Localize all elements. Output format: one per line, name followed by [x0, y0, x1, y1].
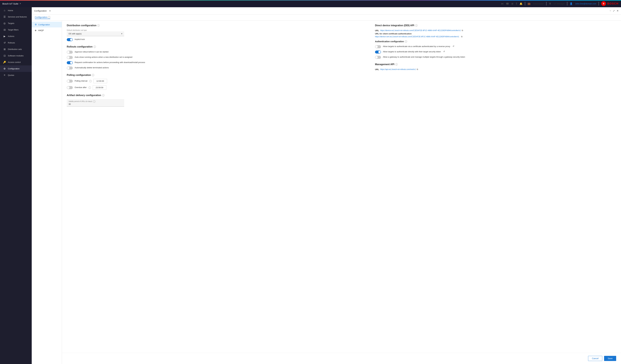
overdue-after-toggle[interactable] [67, 86, 73, 89]
close-panel-button[interactable]: ✕ [617, 9, 619, 12]
services-icon: ☰ [3, 15, 6, 18]
subscription-icon: 💼 [528, 2, 531, 5]
artifact-config-info-icon[interactable]: i [102, 94, 104, 96]
distribution-config-info-icon[interactable]: i [97, 24, 100, 27]
bell-icon[interactable]: 🔔 [519, 2, 522, 5]
cert-url-row: https://device-cert.eu1.bosch-iot-rollou… [375, 35, 616, 38]
rollout-toggle-track-3[interactable] [67, 66, 73, 69]
rollout-toggle-2[interactable] [67, 61, 73, 64]
nav-item-label-configuration: Configuration [38, 24, 50, 26]
sidebar-item-rollouts[interactable]: ↺ Rollouts [0, 40, 32, 46]
app-close-button[interactable]: × [20, 2, 21, 5]
tab-info-icon[interactable]: i [48, 16, 50, 18]
panel-close-button[interactable]: ✕ [49, 10, 51, 12]
implicit-lock-toggle[interactable] [67, 38, 73, 41]
auth-reset-icon-0[interactable]: ↺ [453, 45, 454, 47]
auth-reset-icon-1[interactable]: ↺ [443, 50, 445, 53]
mgmt-url-value[interactable]: https://api.eu1.bosch-iot-rollouts.com/r… [380, 68, 416, 70]
artifact-config-title: Artifact delivery configuration i [67, 94, 369, 97]
ddi-api-info-icon[interactable]: i [415, 24, 418, 27]
implicit-lock-toggle-thumb [70, 38, 72, 41]
sidebar-item-access-control[interactable]: 🔑 Access control [0, 59, 32, 65]
panel-header-title: Configuration [34, 10, 47, 12]
implicit-lock-toggle-track[interactable] [67, 38, 73, 41]
nav-item-configuration[interactable]: ⚙ Configuration [32, 22, 62, 28]
sidebar-item-label-quotas: Quotas [8, 74, 14, 76]
validity-label-row: Validity period of URLs (in days) i [69, 100, 122, 103]
rollouts-config-info-icon[interactable]: i [93, 46, 96, 48]
rollout-label-1: Auto-close running actions when a new di… [75, 56, 132, 59]
rollout-toggle-1[interactable] [67, 56, 73, 59]
quotas-icon: ≡ [3, 74, 6, 77]
auth-label-2: Allow a gateway to authenticate and mana… [383, 56, 465, 58]
polling-config-info-icon[interactable]: i [92, 74, 94, 76]
mgmt-url-row: URL https://api.eu1.bosch-iot-rollouts.c… [375, 68, 616, 71]
tab-configuration[interactable]: Configuration i [35, 16, 50, 19]
rollout-toggle-track-0[interactable] [67, 51, 73, 54]
rollout-toggle-track-1[interactable] [67, 56, 73, 59]
nav-amqp-icon: ◈ [35, 29, 36, 32]
cancel-button[interactable]: Cancel [588, 356, 602, 361]
auth-toggle-0[interactable] [375, 45, 381, 48]
rollout-label-2: Request confirmation for actions before … [75, 61, 145, 64]
mgmt-url-label: URL [375, 68, 379, 71]
auth-toggle-track-1[interactable] [375, 50, 381, 54]
overdue-after-toggle-track[interactable] [67, 86, 73, 89]
iot-manager-label[interactable]: IoT Manager [554, 2, 565, 5]
sidebar-item-quotas[interactable]: ≡ Quotas [0, 72, 32, 78]
auth-toggle-track-2[interactable] [375, 56, 381, 59]
overdue-after-info-icon[interactable]: i [88, 86, 91, 89]
auth-toggle-track-0[interactable] [375, 45, 381, 48]
polling-interval-toggle-track[interactable] [67, 79, 73, 83]
polling-interval-info-icon[interactable]: i [89, 80, 92, 82]
paragraph-icon[interactable]: § [516, 2, 517, 5]
cert-url-value[interactable]: https://device-cert.eu1.bosch-iot-rollou… [375, 36, 459, 38]
save-button[interactable]: Save [604, 356, 616, 361]
sidebar-item-target-filters[interactable]: ⊟ Target filters [0, 27, 32, 33]
cert-url-copy-icon[interactable]: ⧉ [461, 35, 463, 38]
distribution-set-type-dropdown[interactable]: OS with app(s) ▾ [67, 31, 124, 36]
sidebar-item-services[interactable]: ☰ Services and features [0, 14, 32, 20]
auth-label-1: Allow targets to authenticate directly w… [383, 50, 441, 53]
ddi-api-section: Direct device integration (DDI) API i UR… [375, 24, 616, 59]
dropdown-label: Default distribution set type [67, 29, 369, 31]
management-api-info-icon[interactable]: i [395, 63, 398, 66]
left-nav: ⚙ Configuration ◈ AMQP [32, 20, 62, 364]
polling-interval-toggle[interactable] [67, 79, 73, 83]
sidebar-item-distribution-sets[interactable]: ⊞ Distribution sets [0, 46, 32, 52]
validity-period-field[interactable]: Validity period of URLs (in days) i 30 [67, 99, 124, 107]
user-label[interactable]: John.Doe@domain.com [575, 2, 596, 5]
window-icon[interactable]: ⊞ [511, 2, 513, 5]
ddi-url-copy-icon[interactable]: ⧉ [462, 29, 463, 32]
polling-interval-input[interactable] [93, 79, 107, 83]
sidebar-item-configuration[interactable]: ⚙ Configuration [0, 65, 32, 72]
validity-field-info-icon[interactable]: i [93, 100, 95, 103]
configuration-icon: ⚙ [3, 67, 6, 70]
ddi-url-value[interactable]: https://device.eu1.bosch-iot-rollouts.co… [380, 29, 461, 32]
rollout-toggle-thumb-3 [67, 67, 69, 69]
auth-config-info-icon[interactable]: i [405, 40, 407, 43]
sidebar-item-label-configuration: Configuration [8, 67, 19, 70]
phone-icon[interactable]: ☎ [506, 2, 509, 5]
overdue-after-input[interactable] [93, 85, 106, 90]
auth-toggle-1[interactable] [375, 50, 381, 54]
management-api-title: Management API i [375, 63, 616, 66]
app-title: Bosch IoT Suite [2, 2, 18, 5]
rollout-toggle-track-2[interactable] [67, 61, 73, 64]
nav-item-amqp[interactable]: ◈ AMQP [32, 28, 62, 33]
rollouts-config-section: Rollouts configuration i A [67, 45, 369, 69]
rollout-toggle-3[interactable] [67, 66, 73, 69]
sidebar-item-targets[interactable]: ◎ Targets [0, 20, 32, 27]
sidebar-item-software-modules[interactable]: ⊡ Software modules [0, 52, 32, 59]
share-icon[interactable]: ⋈ [501, 2, 503, 5]
expand-button[interactable]: ⤢ [613, 9, 615, 12]
distribution-sets-icon: ⊞ [3, 48, 6, 51]
sidebar-item-actions[interactable]: ▶ Actions [0, 33, 32, 40]
mgmt-url-copy-icon[interactable]: ⧉ [417, 68, 418, 71]
minimize-button[interactable]: − [610, 10, 611, 12]
rollout-toggle-0[interactable] [67, 51, 73, 54]
sidebar-item-label-targets: Targets [8, 22, 14, 24]
subscription-label[interactable]: Subscription [533, 2, 544, 5]
sidebar-item-home[interactable]: ⌂ Home [0, 7, 32, 14]
auth-toggle-2[interactable] [375, 56, 381, 59]
